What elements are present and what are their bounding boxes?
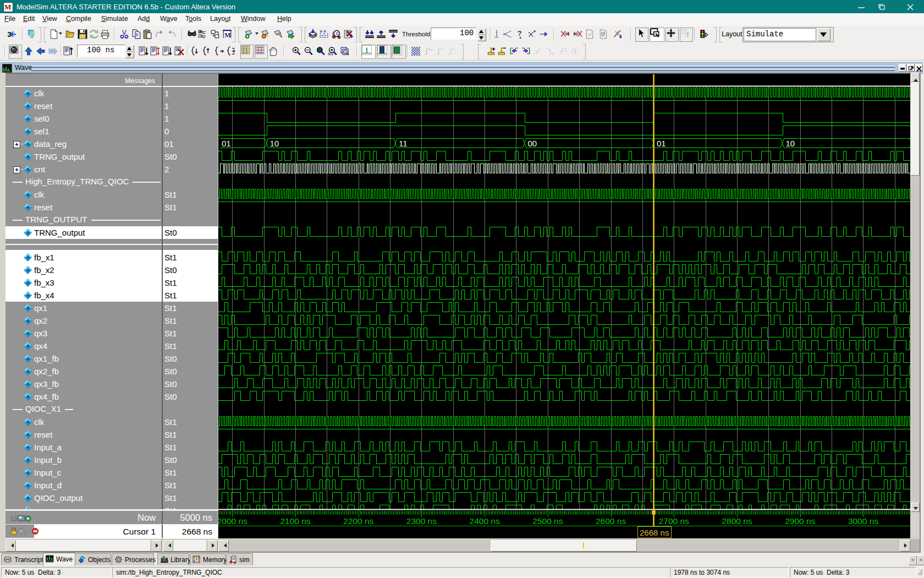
svg-text:2000 ns: 2000 ns [218,516,248,526]
svg-text:2800 ns: 2800 ns [722,516,752,526]
svg-text:3000 ns: 3000 ns [848,516,878,526]
svg-text:2600 ns: 2600 ns [596,516,626,526]
svg-text:10: 10 [270,139,279,148]
svg-text:2500 ns: 2500 ns [532,516,563,526]
svg-text:2200 ns: 2200 ns [343,516,373,526]
svg-text:2668 ns: 2668 ns [640,528,669,537]
svg-text:2900 ns: 2900 ns [785,516,815,526]
svg-text:01: 01 [222,139,231,148]
svg-text:10: 10 [786,139,795,148]
svg-text:11: 11 [399,139,408,148]
svg-text:2700 ns: 2700 ns [659,516,689,526]
svg-text:2400 ns: 2400 ns [470,516,500,526]
svg-text:2100 ns: 2100 ns [280,516,310,526]
svg-text:00: 00 [528,139,537,148]
svg-text:?: ? [518,29,522,37]
svg-text:2300 ns: 2300 ns [406,516,437,526]
svg-text:01: 01 [657,139,666,148]
svg-text:M: M [224,31,231,39]
